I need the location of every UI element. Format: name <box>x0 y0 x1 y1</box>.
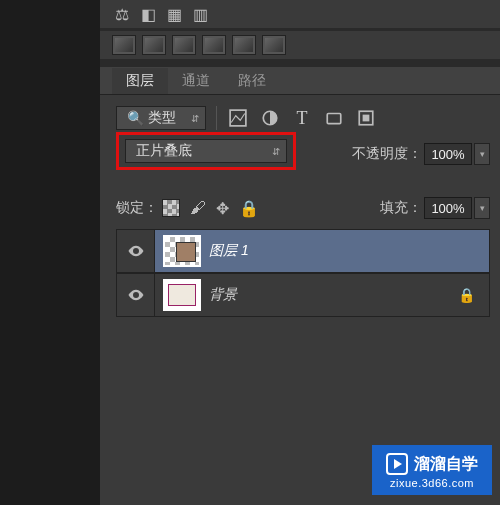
swatch-4[interactable] <box>202 35 226 55</box>
filter-kind-label: 类型 <box>148 109 176 127</box>
fill-label: 填充： <box>380 199 422 217</box>
grid-icon: ▦ <box>164 4 184 24</box>
lock-position-icon[interactable]: ✥ <box>216 199 229 218</box>
filter-type-icon[interactable]: T <box>291 107 313 129</box>
panel-tabs: 图层 通道 路径 <box>100 67 500 95</box>
tab-channels[interactable]: 通道 <box>168 68 224 94</box>
lock-all-icon[interactable]: 🔒 <box>239 199 259 218</box>
chevron-updown-icon: ⇵ <box>272 146 280 157</box>
highlight-annotation: 正片叠底 ⇵ <box>116 132 296 170</box>
layer-list: 图层 1 背景 🔒 <box>116 229 490 317</box>
visibility-toggle[interactable] <box>117 274 155 316</box>
lock-icon: 🔒 <box>458 287 475 303</box>
blend-mode-dropdown[interactable]: 正片叠底 ⇵ <box>125 139 287 163</box>
swatch-1[interactable] <box>112 35 136 55</box>
lock-image-icon[interactable]: 🖌 <box>190 199 206 217</box>
layers-panel: 🔍 类型 ⇵ T 正片叠底 ⇵ 不透明度： <box>100 95 500 505</box>
opacity-label: 不透明度： <box>352 145 422 163</box>
layer-name[interactable]: 背景 <box>209 286 237 304</box>
chevron-down-icon: ⇵ <box>191 113 199 124</box>
lock-label: 锁定： <box>116 199 158 217</box>
fill-flyout-button[interactable]: ▾ <box>474 197 490 219</box>
swatches-row: ⚖ ◧ ▦ ▥ <box>100 0 500 28</box>
watermark: 溜溜自学 zixue.3d66.com <box>372 445 492 495</box>
filter-kind-dropdown[interactable]: 🔍 类型 ⇵ <box>116 106 206 130</box>
canvas-area <box>0 0 100 505</box>
swatch-3[interactable] <box>172 35 196 55</box>
filter-adjust-icon[interactable] <box>259 107 281 129</box>
layer-thumbnail[interactable] <box>163 279 201 311</box>
balance-icon: ⚖ <box>112 4 132 24</box>
opacity-flyout-button[interactable]: ▾ <box>474 143 490 165</box>
blend-opacity-row: 正片叠底 ⇵ 不透明度： 100% ▾ <box>116 139 490 169</box>
filter-shape-icon[interactable] <box>323 107 345 129</box>
svg-rect-4 <box>363 115 370 122</box>
lock-fill-row: 锁定： 🖌 ✥ 🔒 填充： 100% ▾ <box>116 193 490 223</box>
layer-filter-row: 🔍 类型 ⇵ T <box>116 103 490 133</box>
exposure-icon: ◧ <box>138 4 158 24</box>
fill-value[interactable]: 100% <box>424 197 472 219</box>
watermark-url: zixue.3d66.com <box>390 477 474 489</box>
opacity-value[interactable]: 100% <box>424 143 472 165</box>
watermark-title: 溜溜自学 <box>414 454 478 475</box>
layer-item[interactable]: 背景 🔒 <box>116 273 490 317</box>
lock-transparent-icon[interactable] <box>162 199 180 217</box>
layer-item[interactable]: 图层 1 <box>116 229 490 273</box>
right-panel: ⚖ ◧ ▦ ▥ 图层 通道 路径 🔍 类型 ⇵ T <box>100 0 500 505</box>
layer-name[interactable]: 图层 1 <box>209 242 249 260</box>
filter-smart-icon[interactable] <box>355 107 377 129</box>
filter-pixel-icon[interactable] <box>227 107 249 129</box>
svg-rect-2 <box>327 114 341 124</box>
visibility-toggle[interactable] <box>117 230 155 272</box>
play-logo-icon <box>386 453 408 475</box>
swatch-6[interactable] <box>262 35 286 55</box>
tab-layers[interactable]: 图层 <box>112 68 168 94</box>
divider <box>216 106 217 130</box>
grid2-icon: ▥ <box>190 4 210 24</box>
swatch-5[interactable] <box>232 35 256 55</box>
tab-paths[interactable]: 路径 <box>224 68 280 94</box>
swatches-row-2 <box>100 31 500 59</box>
blend-mode-value: 正片叠底 <box>136 142 192 160</box>
layer-thumbnail[interactable] <box>163 235 201 267</box>
swatch-2[interactable] <box>142 35 166 55</box>
search-icon: 🔍 <box>127 110 144 126</box>
